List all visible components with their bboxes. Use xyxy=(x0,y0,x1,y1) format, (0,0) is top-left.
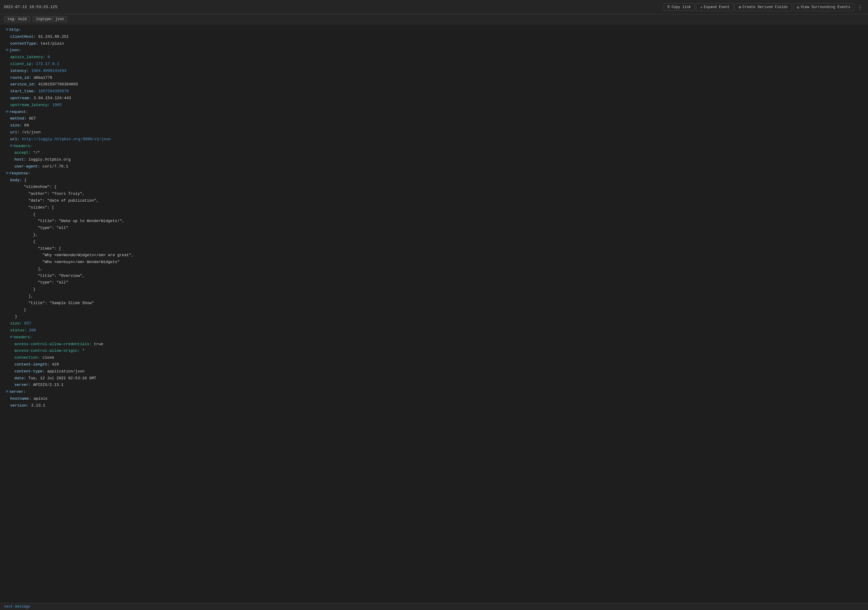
json-upstream: upstream: 3.94.154.124:443 xyxy=(2,95,868,102)
response-body-line3: "date": "date of publication", xyxy=(2,197,868,204)
response-body-line6: "title": "Wake up to WonderWidgets!", xyxy=(2,218,868,225)
create-derived-fields-button[interactable]: ⚙ Create Derived Fields xyxy=(735,3,792,11)
copy-link-label: Copy link xyxy=(671,5,691,9)
header-actions: ⎘ Copy link ↗ Expand Event ⚙ Create Deri… xyxy=(663,3,864,12)
server-section: ⊟ server: xyxy=(2,389,868,395)
response-body-line4: "slides": [ xyxy=(2,204,868,211)
view-surrounding-label: View Surrounding Events xyxy=(801,5,850,9)
json-section: ⊟ json: xyxy=(2,47,868,54)
response-body-line14: "title": "Overview", xyxy=(2,272,868,280)
event-timestamp: 2022-07-12 10:53:25.125 xyxy=(4,5,663,9)
response-headers-collapse-icon[interactable]: ⊟ xyxy=(10,334,12,340)
response-body-line12: "Who <em>buys</em> WonderWidgets" xyxy=(2,259,868,266)
response-body-line1: "slideshow": { xyxy=(2,184,868,190)
response-size: size: 657 xyxy=(2,320,868,327)
response-body-line15: "type": "all" xyxy=(2,279,868,286)
response-body-line16: } xyxy=(2,286,868,293)
http-collapse-icon[interactable]: ⊟ xyxy=(6,27,8,33)
resp-header-acao-origin: access-control-allow-origin: * xyxy=(2,348,868,355)
resp-header-server: server: APISIX/2.13.1 xyxy=(2,382,868,389)
request-headers-collapse-icon[interactable]: ⊟ xyxy=(10,143,12,149)
response-body-line19: } xyxy=(2,307,868,314)
create-derived-label: Create Derived Fields xyxy=(742,5,788,9)
req-header-host: host: loggly.httpbin.org xyxy=(2,156,868,163)
request-collapse-icon[interactable]: ⊟ xyxy=(6,109,8,115)
copy-link-icon: ⎘ xyxy=(668,5,670,9)
resp-header-connection: connection: close xyxy=(2,355,868,361)
log-tree: ⊟ http: clientHost: 61.241.66.251 conten… xyxy=(0,27,868,409)
req-header-useragent: user-agent: curl/7.76.1 xyxy=(2,163,868,170)
view-surrounding-events-button[interactable]: ◎ View Surrounding Events xyxy=(793,3,854,11)
resp-header-content-type: content-type: application/json xyxy=(2,368,868,375)
response-body-line13: ], xyxy=(2,266,868,272)
response-body-line5: { xyxy=(2,211,868,218)
http-section: ⊟ http: xyxy=(2,27,868,34)
http-clienthost: clientHost: 61.241.66.251 xyxy=(2,34,868,40)
surrounding-icon: ◎ xyxy=(797,5,799,9)
server-version: version: 2.13.1 xyxy=(2,403,868,409)
response-body-label: body: { xyxy=(2,177,868,184)
resp-header-acao-creds: access-control-allow-credentials: true xyxy=(2,341,868,348)
request-uri: uri: /v1/json xyxy=(2,129,868,136)
request-headers-section: ⊟ headers: xyxy=(2,143,868,150)
response-body-close: } xyxy=(2,313,868,320)
response-status: status: 200 xyxy=(2,327,868,334)
response-body-line9: { xyxy=(2,238,868,245)
response-collapse-icon[interactable]: ⊟ xyxy=(6,170,8,176)
request-url: url: http://loggly.httpbin.org:9080/v1/j… xyxy=(2,136,868,143)
resp-header-content-length: content-length: 429 xyxy=(2,361,868,368)
header-bar: 2022-07-12 10:53:25.125 ⎘ Copy link ↗ Ex… xyxy=(0,0,868,14)
response-body-line17: ], xyxy=(2,293,868,300)
json-start-time: start_time: 1657594395078 xyxy=(2,88,868,95)
response-body-line7: "type": "all" xyxy=(2,225,868,232)
json-apisix-latency: apisix_latency: 0 xyxy=(2,54,868,61)
request-size: size: 89 xyxy=(2,122,868,129)
response-body-line11: "Why <em>WonderWidgets</em> are great", xyxy=(2,252,868,259)
json-service-id: service_id: 41361597786384065 xyxy=(2,81,868,88)
resp-header-date: date: Tue, 12 Jul 2022 02:53:16 GMT xyxy=(2,375,868,382)
json-upstream-latency: upstream_latency: 1965 xyxy=(2,102,868,109)
response-headers-section: ⊟ headers: xyxy=(2,334,868,341)
expand-event-button[interactable]: ↗ Expand Event xyxy=(696,3,733,11)
response-body-line8: }, xyxy=(2,232,868,238)
copy-link-button[interactable]: ⎘ Copy link xyxy=(663,3,695,11)
tag-logtype-badge: logtype: json xyxy=(33,16,67,22)
request-method: method: GET xyxy=(2,115,868,122)
derived-icon: ⚙ xyxy=(739,5,741,9)
next-message-link[interactable]: next message xyxy=(4,605,30,609)
req-header-accept: accept: */* xyxy=(2,150,868,156)
more-options-button[interactable]: ⋮ xyxy=(856,3,864,12)
response-body-line10: "items": [ xyxy=(2,245,868,252)
expand-icon: ↗ xyxy=(700,5,702,9)
json-collapse-icon[interactable]: ⊟ xyxy=(6,47,8,53)
log-content-area[interactable]: ⊟ http: clientHost: 61.241.66.251 conten… xyxy=(0,24,868,603)
json-client-ip: client_ip: 172.17.0.1 xyxy=(2,61,868,68)
bottom-bar: next message xyxy=(0,603,868,610)
server-collapse-icon[interactable]: ⊟ xyxy=(6,389,8,395)
request-section: ⊟ request: xyxy=(2,109,868,116)
tag-bulk-badge: tag: bulk xyxy=(4,16,30,22)
http-contenttype: contentType: text/plain xyxy=(2,40,868,47)
response-section: ⊟ response: xyxy=(2,170,868,177)
server-hostname: hostname: apisix xyxy=(2,395,868,403)
json-route-id: route_id: d8ba1776 xyxy=(2,74,868,82)
response-body-line2: "author": "Yours Truly", xyxy=(2,190,868,197)
tags-row: tag: bulk logtype: json xyxy=(0,14,868,24)
response-body-line18: "title": "Sample Slide Show" xyxy=(2,300,868,307)
expand-event-label: Expand Event xyxy=(704,5,730,9)
json-latency: latency: 1964.9999141693 xyxy=(2,68,868,74)
